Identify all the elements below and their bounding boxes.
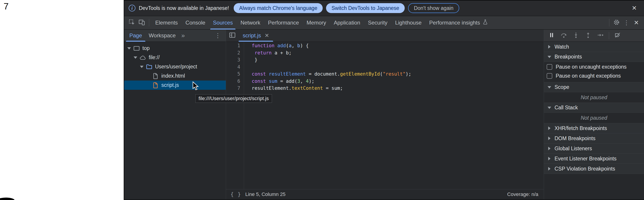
checkbox-label: Pause on caught exceptions	[556, 73, 621, 79]
section-xhr-fetch-breakpoints: XHR/fetch Breakpoints	[544, 123, 644, 133]
tab-performance[interactable]: Performance	[264, 16, 302, 29]
close-icon[interactable]: ✕	[264, 32, 269, 39]
section-header-scope[interactable]: Scope	[544, 82, 644, 92]
close-icon[interactable]: ✕	[630, 4, 638, 12]
section-label: CSP Violation Breakpoints	[554, 166, 615, 172]
section-global-listeners: Global Listeners	[544, 143, 644, 153]
section-breakpoints: BreakpointsPause on uncaught exceptionsP…	[544, 52, 644, 82]
tab-workspace[interactable]: Workspace	[145, 29, 179, 42]
gear-icon	[613, 19, 620, 26]
tree-item-label: top	[142, 45, 150, 51]
code-editor[interactable]: 1234567 function add(a, b) { return a + …	[226, 42, 544, 189]
step-into-button[interactable]	[571, 31, 581, 40]
tab-security[interactable]: Security	[364, 16, 392, 29]
section-watch: Watch	[544, 42, 644, 52]
line-number[interactable]: 1	[226, 42, 240, 49]
double-chevron-icon[interactable]: »	[179, 32, 187, 39]
section-label: XHR/fetch Breakpoints	[554, 125, 607, 131]
line-number[interactable]: 5	[226, 71, 240, 78]
debugger-pane: WatchBreakpointsPause on uncaught except…	[544, 30, 644, 199]
code-content: function add(a, b) { return a + b; } con…	[244, 42, 544, 189]
line-number[interactable]: 2	[226, 49, 240, 57]
mouse-cursor	[192, 81, 199, 91]
chevron-down-icon	[547, 56, 552, 58]
line-number[interactable]: 3	[226, 56, 240, 64]
line-number[interactable]: 4	[226, 64, 240, 71]
step-out-button[interactable]	[583, 31, 593, 40]
section-header-global-listeners[interactable]: Global Listeners	[544, 144, 644, 153]
devtools-language-banner: i DevTools is now available in Japanese!…	[124, 0, 644, 16]
chevron-right-icon	[547, 147, 552, 150]
section-scope: ScopeNot paused	[544, 82, 644, 103]
tree-item-index-html[interactable]: index.html	[124, 71, 226, 81]
line-number[interactable]: 7	[226, 85, 240, 92]
tab-network[interactable]: Network	[236, 16, 264, 29]
close-devtools-button[interactable]: ✕	[632, 18, 641, 28]
inspect-element-button[interactable]	[127, 18, 137, 28]
tree-item-top[interactable]: top	[124, 44, 226, 53]
section-label: Event Listener Breakpoints	[554, 156, 616, 162]
tab-script-js[interactable]: script.js ✕	[239, 29, 273, 42]
tab-page[interactable]: Page	[126, 29, 145, 42]
tab-performance-insights[interactable]: Performance insights	[426, 16, 492, 29]
always-match-language-button[interactable]: Always match Chrome's language	[234, 3, 323, 13]
chevron-down-icon[interactable]	[134, 56, 140, 59]
chevron-right-icon	[547, 137, 552, 140]
editor-tab-strip: script.js ✕	[226, 30, 544, 42]
section-header-event-listener-breakpoints[interactable]: Event Listener Breakpoints	[544, 154, 644, 164]
toggle-navigator-button[interactable]	[227, 31, 237, 40]
step-button[interactable]	[595, 31, 605, 40]
checkbox[interactable]	[547, 73, 552, 79]
tree-item-users-user-project[interactable]: Users/user/project	[124, 62, 226, 71]
folder-icon	[146, 63, 152, 70]
tree-item-file[interactable]: file://	[124, 53, 226, 62]
tree-item-script-js[interactable]: script.js	[124, 81, 226, 90]
tab-memory[interactable]: Memory	[303, 16, 330, 29]
chevron-right-icon	[547, 167, 552, 171]
step-over-icon	[560, 32, 567, 39]
sections-filler	[544, 174, 644, 199]
pause-button[interactable]	[547, 31, 556, 40]
toolbar-right: ⋮ ✕	[607, 18, 641, 28]
section-label: Global Listeners	[554, 146, 592, 152]
tab-label: Memory	[307, 19, 326, 26]
code-line	[252, 64, 544, 71]
tab-console[interactable]: Console	[182, 16, 209, 29]
deactivate-breakpoints-button[interactable]	[613, 31, 622, 40]
more-options-button[interactable]: ⋮	[622, 18, 632, 28]
tab-label: Network	[240, 19, 260, 26]
chevron-down-icon[interactable]	[140, 66, 146, 68]
tree-item-label: script.js	[161, 82, 179, 88]
step-over-button[interactable]	[559, 31, 569, 40]
device-toolbar-button[interactable]	[137, 18, 147, 28]
switch-to-japanese-button[interactable]: Switch DevTools to Japanese	[326, 3, 404, 13]
line-number[interactable]: 6	[226, 78, 240, 85]
settings-button[interactable]	[612, 18, 622, 28]
section-header-xhr-fetch-breakpoints[interactable]: XHR/fetch Breakpoints	[544, 123, 644, 133]
tree-item-label: index.html	[161, 73, 185, 79]
chevron-down-icon[interactable]	[127, 47, 133, 49]
kebab-icon[interactable]: ⋮	[212, 32, 224, 39]
tab-sources[interactable]: Sources	[209, 16, 236, 29]
dont-show-again-button[interactable]: Don't show again	[408, 3, 460, 13]
cursor-position: Line 5, Column 25	[246, 192, 286, 197]
section-header-watch[interactable]: Watch	[544, 42, 644, 52]
tab-elements[interactable]: Elements	[152, 16, 182, 29]
section-header-call-stack[interactable]: Call Stack	[544, 103, 644, 113]
section-header-csp-violation-breakpoints[interactable]: CSP Violation Breakpoints	[544, 164, 644, 174]
chevron-right-icon	[547, 126, 552, 130]
section-label: DOM Breakpoints	[554, 135, 596, 142]
step-icon	[597, 32, 604, 39]
tab-label: Lighthouse	[395, 19, 421, 26]
toolbar-divider	[609, 32, 609, 39]
coverage-status: Coverage: n/a	[507, 192, 538, 197]
page-background: 7 i DevTools is now available in Japanes…	[0, 0, 644, 200]
section-header-dom-breakpoints[interactable]: DOM Breakpoints	[544, 133, 644, 143]
tab-lighthouse[interactable]: Lighthouse	[391, 16, 425, 29]
navigator-pane: Page Workspace » ⋮ topfile://Users/user/…	[124, 30, 226, 199]
tab-application[interactable]: Application	[330, 16, 364, 29]
checkbox[interactable]	[547, 64, 552, 70]
section-header-breakpoints[interactable]: Breakpoints	[544, 52, 644, 62]
section-label: Scope	[554, 84, 569, 90]
format-button[interactable]: { }	[230, 192, 241, 197]
